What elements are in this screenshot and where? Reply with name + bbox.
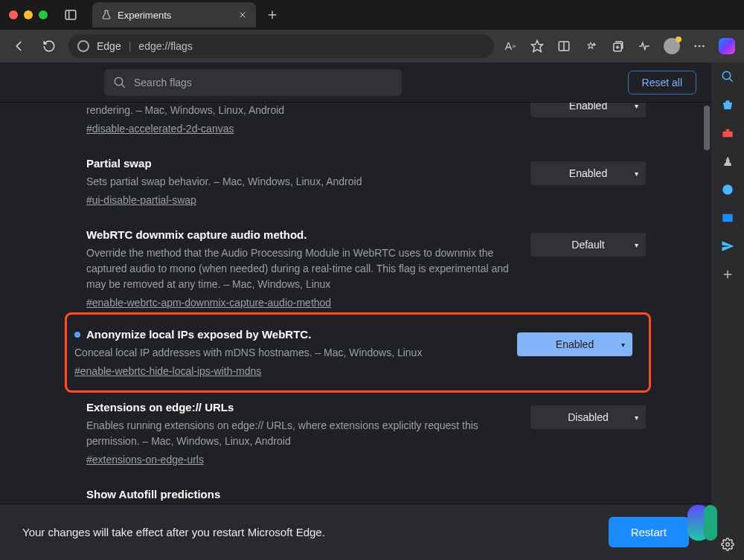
split-screen-icon[interactable]	[557, 39, 571, 54]
chevron-down-icon: ▾	[635, 103, 638, 110]
reset-all-button[interactable]: Reset all	[628, 71, 696, 94]
chevron-down-icon: ▾	[621, 341, 625, 349]
tab-title: Experiments	[118, 10, 232, 21]
flag-select-value: Disabled	[568, 411, 608, 423]
tools-sidebar-icon[interactable]	[719, 125, 736, 141]
settings-sidebar-icon[interactable]	[719, 536, 736, 553]
close-tab-icon[interactable]	[238, 10, 247, 19]
svg-point-29	[726, 543, 730, 547]
flag-select-value: Enabled	[569, 167, 607, 179]
favorites-bar-icon[interactable]	[583, 39, 598, 54]
flag-anonymize-local-ips: Anonymize local IPs exposed by WebRTC. C…	[70, 318, 646, 387]
svg-rect-0	[65, 10, 76, 19]
back-button[interactable]	[9, 36, 30, 57]
page-content: Search flags Reset all rendering. – Mac,…	[0, 62, 711, 503]
svg-line-22	[729, 78, 733, 82]
flag-select[interactable]: Enabled ▾	[517, 332, 632, 356]
panel-icon[interactable]	[64, 8, 77, 22]
flags-header: Search flags Reset all	[0, 62, 711, 103]
copilot-icon[interactable]	[719, 38, 735, 54]
svg-point-21	[722, 71, 731, 80]
window-titlebar: Experiments	[0, 0, 744, 30]
flag-webrtc-downmix: WebRTC downmix capture audio method. Ove…	[86, 215, 646, 318]
flag-description: Conceal local IP addresses with mDNS hos…	[74, 345, 502, 361]
svg-point-18	[702, 45, 705, 48]
svg-line-20	[121, 84, 125, 88]
svg-marker-10	[588, 42, 593, 48]
minimize-window-button[interactable]	[24, 10, 33, 19]
url-brand: Edge	[97, 40, 121, 52]
browser-tab[interactable]: Experiments	[92, 2, 256, 28]
collections-icon[interactable]	[610, 39, 625, 54]
svg-rect-26	[722, 214, 733, 222]
add-sidebar-icon[interactable]	[719, 266, 736, 283]
flag-title: Show Autofill predictions	[86, 488, 646, 501]
flag-title: Extensions on edge:// URLs	[86, 401, 516, 413]
read-aloud-icon[interactable]: A»	[503, 39, 518, 54]
chevron-down-icon: ▾	[635, 241, 638, 249]
flag-description: Sets partial swap behavior. – Mac, Windo…	[86, 174, 516, 190]
flag-select[interactable]: Enabled ▾	[530, 103, 646, 118]
chevron-down-icon: ▾	[635, 413, 638, 422]
svg-point-25	[722, 184, 733, 195]
flag-title: Partial swap	[86, 157, 516, 170]
flag-anchor[interactable]: #enable-webrtc-apm-downmix-capture-audio…	[86, 297, 331, 309]
performance-icon[interactable]	[637, 39, 652, 54]
flag-title-text: Anonymize local IPs exposed by WebRTC.	[86, 328, 311, 341]
shopping-sidebar-icon[interactable]	[719, 97, 736, 113]
send-sidebar-icon[interactable]	[719, 238, 736, 254]
flag-select[interactable]: Default ▾	[530, 233, 646, 257]
sidebar-rail: ♟	[711, 62, 744, 560]
maximize-window-button[interactable]	[39, 10, 48, 19]
profile-avatar[interactable]	[664, 38, 680, 54]
flag-title: Anonymize local IPs exposed by WebRTC.	[74, 328, 502, 341]
svg-point-16	[694, 45, 696, 48]
url-path: edge://flags	[138, 40, 192, 52]
flask-icon	[101, 10, 112, 20]
flag-anchor[interactable]: #enable-webrtc-hide-local-ips-with-mdns	[74, 365, 261, 377]
flag-partial-swap: Partial swap Sets partial swap behavior.…	[86, 144, 646, 215]
search-box[interactable]: Search flags	[104, 69, 402, 96]
new-tab-button[interactable]	[266, 9, 278, 21]
chevron-down-icon: ▾	[635, 170, 638, 178]
svg-point-17	[699, 45, 701, 48]
favorite-icon[interactable]	[530, 39, 545, 54]
flag-description: Override the method that the Audio Proce…	[86, 245, 516, 292]
svg-point-19	[115, 77, 123, 86]
flag-select-value: Enabled	[556, 338, 594, 350]
modified-indicator-icon	[74, 332, 80, 338]
flag-description: rendering. – Mac, Windows, Linux, Androi…	[86, 103, 516, 118]
search-icon	[113, 76, 126, 89]
close-window-button[interactable]	[9, 10, 18, 19]
corner-widget-2[interactable]	[704, 505, 717, 541]
svg-rect-23	[722, 132, 733, 138]
flag-select-value: Enabled	[569, 103, 607, 112]
search-sidebar-icon[interactable]	[719, 68, 736, 85]
flag-select[interactable]: Disabled ▾	[530, 405, 646, 429]
games-sidebar-icon[interactable]: ♟	[719, 153, 736, 170]
flag-description: Enables running extensions on edge:// UR…	[86, 418, 516, 449]
flag-select-value: Default	[571, 239, 604, 251]
svg-marker-7	[532, 41, 543, 52]
flag-show-autofill-predictions: Show Autofill predictions Annotates web …	[86, 474, 646, 503]
more-menu-icon[interactable]	[692, 39, 707, 54]
restart-message: Your changes will take effect after you …	[22, 526, 325, 538]
outlook-sidebar-icon[interactable]	[719, 210, 736, 226]
toolbar: Edge | edge://flags A»	[0, 30, 744, 62]
address-bar[interactable]: Edge | edge://flags	[68, 34, 494, 58]
flag-select[interactable]: Enabled ▾	[530, 161, 646, 185]
flag-disable-accelerated-2d-canvas: rendering. – Mac, Windows, Linux, Androi…	[86, 103, 646, 144]
flag-anchor[interactable]: #disable-accelerated-2d-canvas	[86, 123, 234, 135]
flag-anchor[interactable]: #ui-disable-partial-swap	[86, 194, 196, 206]
svg-rect-24	[726, 129, 730, 132]
flags-list: rendering. – Mac, Windows, Linux, Androi…	[0, 103, 711, 503]
flag-anchor[interactable]: #extensions-on-edge-urls	[86, 454, 204, 466]
restart-button[interactable]: Restart	[609, 517, 689, 547]
office-sidebar-icon[interactable]	[719, 181, 736, 198]
restart-footer: Your changes will take effect after you …	[0, 503, 711, 560]
refresh-button[interactable]	[39, 36, 60, 57]
edge-icon	[77, 40, 89, 52]
url-separator: |	[129, 40, 132, 52]
search-placeholder: Search flags	[134, 77, 192, 88]
flag-extensions-on-edge-urls: Extensions on edge:// URLs Enables runni…	[86, 387, 646, 474]
